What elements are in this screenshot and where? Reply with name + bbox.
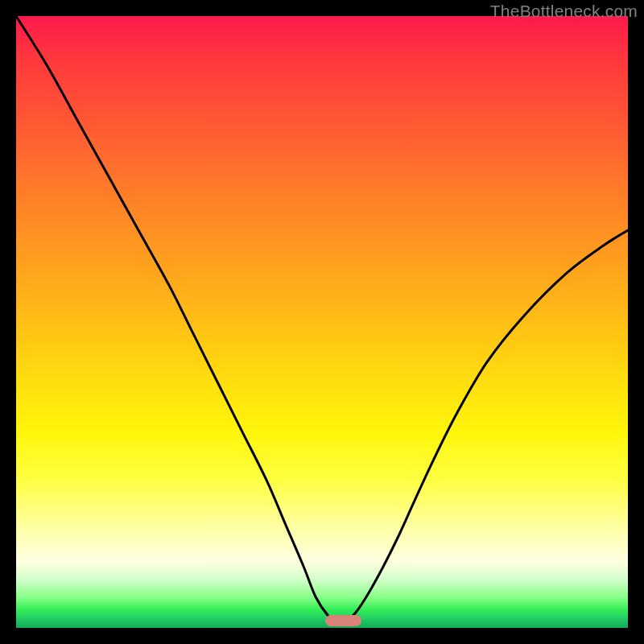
plot-area: [16, 16, 628, 628]
optimal-zone-marker: [325, 615, 362, 626]
bottleneck-curve: [16, 16, 628, 628]
watermark-text: TheBottleneck.com: [490, 2, 638, 21]
chart-frame: TheBottleneck.com: [0, 0, 644, 644]
